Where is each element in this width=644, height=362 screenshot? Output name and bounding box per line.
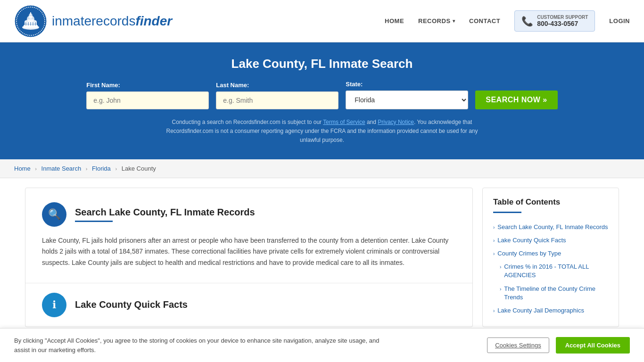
toc-label-6: Lake County Jail Demographics bbox=[497, 306, 584, 315]
svg-rect-13 bbox=[35, 22, 36, 25]
toc-title: Table of Contents bbox=[493, 197, 608, 207]
toc-item-2: › Lake County Quick Facts bbox=[493, 234, 608, 247]
hero-section: Lake County, FL Inmate Search First Name… bbox=[0, 42, 644, 159]
section1-underline bbox=[75, 221, 113, 222]
toc-divider bbox=[493, 212, 521, 213]
support-number[interactable]: 800-433-0567 bbox=[537, 20, 588, 27]
section-inmate-records: 🔍 Search Lake County, FL Inmate Records … bbox=[25, 188, 472, 283]
svg-rect-11 bbox=[30, 22, 31, 25]
section1-body: Lake County, FL jails hold prisoners aft… bbox=[42, 235, 456, 269]
nav-records-label: RECORDS bbox=[418, 17, 451, 25]
toc-link-2[interactable]: › Lake County Quick Facts bbox=[493, 236, 608, 245]
nav-contact[interactable]: CONTACT bbox=[469, 17, 500, 25]
toc-item-1: › Search Lake County, FL Inmate Records bbox=[493, 221, 608, 234]
toc-item-5: › The Timeline of the County Crime Trend… bbox=[493, 282, 608, 304]
toc-item-4: › Crimes % in 2016 - TOTAL ALL AGENCIES bbox=[493, 260, 608, 282]
toc-chevron-5: › bbox=[500, 286, 501, 293]
state-label: State: bbox=[346, 81, 363, 88]
breadcrumb-florida[interactable]: Florida bbox=[92, 165, 111, 172]
cookie-text: By clicking "Accept All Cookies", you ag… bbox=[14, 336, 382, 337]
svg-rect-12 bbox=[33, 22, 33, 25]
toc-chevron-2: › bbox=[493, 238, 495, 244]
toc-chevron-1: › bbox=[493, 224, 495, 231]
cookie-banner: By clicking "Accept All Cookies", you ag… bbox=[0, 328, 644, 337]
toc-label-4: Crimes % in 2016 - TOTAL ALL AGENCIES bbox=[504, 263, 608, 280]
svg-rect-9 bbox=[25, 22, 26, 25]
logo-area: inmaterecordsfinder bbox=[14, 5, 172, 38]
toc-label-1: Search Lake County, FL Inmate Records bbox=[497, 223, 608, 231]
support-text: CUSTOMER SUPPORT 800-433-0567 bbox=[537, 15, 588, 27]
svg-rect-8 bbox=[30, 12, 31, 15]
tos-link[interactable]: Terms of Service bbox=[323, 119, 365, 125]
breadcrumb-sep-3: › bbox=[115, 166, 117, 172]
first-name-group: First Name: bbox=[86, 82, 209, 109]
toc-chevron-3: › bbox=[493, 251, 495, 257]
breadcrumb-sep-1: › bbox=[35, 166, 37, 172]
svg-rect-10 bbox=[28, 22, 29, 25]
last-name-label: Last Name: bbox=[216, 82, 249, 89]
logo-text: inmaterecordsfinder bbox=[52, 14, 172, 29]
toc-chevron-6: › bbox=[493, 308, 495, 314]
first-name-label: First Name: bbox=[86, 82, 120, 89]
last-name-group: Last Name: bbox=[216, 82, 339, 109]
breadcrumb-sep-2: › bbox=[86, 166, 88, 172]
search-section-icon: 🔍 bbox=[42, 202, 66, 227]
toc-link-5[interactable]: › The Timeline of the County Crime Trend… bbox=[500, 285, 608, 302]
toc-link-6[interactable]: › Lake County Jail Demographics bbox=[493, 306, 608, 315]
toc-item-6: › Lake County Jail Demographics bbox=[493, 304, 608, 317]
toc-label-5: The Timeline of the County Crime Trends bbox=[504, 285, 608, 302]
breadcrumb: Home › Inmate Search › Florida › Lake Co… bbox=[0, 159, 644, 178]
records-chevron-icon: ▾ bbox=[453, 18, 455, 24]
phone-icon: 📞 bbox=[521, 16, 533, 27]
toc-chevron-4: › bbox=[500, 264, 501, 271]
state-select[interactable]: Florida Alabama Alaska Arizona Arkansas … bbox=[346, 90, 468, 109]
last-name-input[interactable] bbox=[216, 91, 339, 109]
section-quick-facts: ℹ Lake County Quick Facts bbox=[25, 283, 472, 317]
main-nav: HOME RECORDS ▾ CONTACT 📞 CUSTOMER SUPPOR… bbox=[385, 10, 630, 32]
breadcrumb-inmate-search[interactable]: Inmate Search bbox=[41, 165, 82, 172]
site-header: inmaterecordsfinder HOME RECORDS ▾ CONTA… bbox=[0, 0, 644, 42]
section1-title-wrap: Search Lake County, FL Inmate Records bbox=[75, 207, 255, 222]
breadcrumb-current: Lake County bbox=[122, 165, 156, 172]
toc-list: › Search Lake County, FL Inmate Records … bbox=[493, 221, 608, 318]
toc-link-3[interactable]: › County Crimes by Type bbox=[493, 249, 608, 258]
table-of-contents: Table of Contents › Search Lake County, … bbox=[482, 188, 619, 328]
state-group: State: Florida Alabama Alaska Arizona Ar… bbox=[346, 81, 468, 109]
disclaimer: Conducting a search on Recordsfinder.com… bbox=[157, 118, 487, 145]
toc-item-3: › County Crimes by Type bbox=[493, 247, 608, 260]
toc-link-1[interactable]: › Search Lake County, FL Inmate Records bbox=[493, 223, 608, 231]
article: 🔍 Search Lake County, FL Inmate Records … bbox=[25, 188, 473, 328]
logo-main: inmaterecords bbox=[52, 14, 135, 28]
toc-label-3: County Crimes by Type bbox=[497, 249, 561, 258]
quick-facts-title: Lake County Quick Facts bbox=[75, 299, 188, 310]
nav-home[interactable]: HOME bbox=[385, 17, 404, 25]
quick-facts-title-wrap: Lake County Quick Facts bbox=[75, 299, 188, 310]
quick-facts-icon: ℹ bbox=[42, 293, 66, 317]
sidebar: Table of Contents › Search Lake County, … bbox=[482, 188, 619, 328]
breadcrumb-home[interactable]: Home bbox=[14, 165, 31, 172]
first-name-input[interactable] bbox=[86, 91, 209, 109]
search-form: First Name: Last Name: State: Florida Al… bbox=[28, 81, 616, 109]
page-title: Lake County, FL Inmate Search bbox=[28, 57, 616, 71]
nav-login[interactable]: LOGIN bbox=[609, 17, 630, 25]
section1-header: 🔍 Search Lake County, FL Inmate Records bbox=[42, 202, 456, 227]
customer-support: 📞 CUSTOMER SUPPORT 800-433-0567 bbox=[514, 10, 595, 32]
toc-label-2: Lake County Quick Facts bbox=[497, 236, 566, 245]
support-label: CUSTOMER SUPPORT bbox=[537, 15, 588, 20]
search-button[interactable]: SEARCH NOW » bbox=[475, 90, 557, 109]
privacy-link[interactable]: Privacy Notice bbox=[378, 119, 414, 125]
section1-title: Search Lake County, FL Inmate Records bbox=[75, 207, 255, 218]
nav-records[interactable]: RECORDS ▾ bbox=[418, 17, 455, 25]
main-content: 🔍 Search Lake County, FL Inmate Records … bbox=[16, 188, 628, 328]
toc-link-4[interactable]: › Crimes % in 2016 - TOTAL ALL AGENCIES bbox=[500, 263, 608, 280]
logo-icon bbox=[14, 5, 47, 38]
logo-bold: finder bbox=[135, 14, 172, 28]
